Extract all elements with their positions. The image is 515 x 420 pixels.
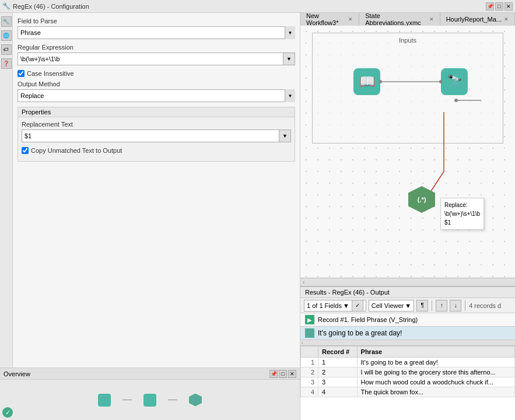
case-insensitive-label: Case Insensitive [27,70,74,77]
tooltip-line3: $1 [444,218,480,227]
tooltip-line1: Replace: [444,201,480,209]
tab-bar: New Workflow3* ✕ State Abbreviations.yxm… [300,13,515,26]
node-regex[interactable]: (.*) [408,186,435,213]
case-insensitive-checkbox[interactable] [17,70,24,77]
mini-node-book [98,394,111,407]
results-title-text: Results - RegEx (46) - Output [305,289,390,296]
records-info: 4 records d [469,302,501,309]
book-icon: 📖 [353,68,380,95]
replacement-text-label: Replacement Text [22,121,291,128]
replacement-text-group: Replacement Text ▼ [22,121,291,142]
tab-state-label: State Abbreviations.yxmc [365,13,426,26]
overview-controls: 📌 □ ✕ [269,370,296,378]
table-row: 4 4 The quick brown fox... [301,387,515,397]
properties-header: Properties [18,107,295,117]
cell-record-num: 4 [318,387,358,397]
record-value-row: It's going to be a great day! [300,327,515,340]
cell-phrase: How much wood could a woodchuck chuck if… [357,377,514,387]
canvas-connections-inner [313,33,503,143]
col-record-header[interactable]: Record # [318,346,358,358]
row-index: 4 [301,387,318,397]
toolbar-separator-1 [432,300,432,311]
scroll-left-icon[interactable]: ‹ [303,279,304,285]
tab-hourly-label: HourlyReport_Ma... [446,16,502,23]
tab-state-close[interactable]: ✕ [429,16,434,22]
results-panel: Results - RegEx (46) - Output 1 of 1 Fie… [300,286,515,420]
question-sidebar-icon[interactable]: ❓ [1,58,12,69]
overview-nodes [0,380,300,420]
left-content: 🔧 🌐 🏷 ❓ Field to Parse Phrase ▼ [0,13,300,368]
table-row: 3 3 How much wood could a woodchuck chuc… [301,377,515,387]
tooltip-line2: \b(\w+)\s+\1\b [444,209,480,218]
sort-asc-button[interactable]: ↑ [436,300,447,312]
node-binoculars[interactable]: 🔭 [441,68,468,95]
col-record-num [301,346,318,358]
cell-record-num: 3 [318,377,358,387]
overview-panel: Overview 📌 □ ✕ ✓ [0,368,300,420]
title-bar: 🔧 RegEx (46) - Configuration 📌 □ ✕ [0,0,515,13]
scroll-left-results[interactable]: ‹ [302,340,303,346]
overview-title: Overview 📌 □ ✕ [0,368,300,380]
record-type-indicator [305,328,314,338]
results-toolbar: 1 of 1 Fields ▼ ✓ Cell Viewer ▼ ¶ ↑ ↓ 4 … [300,298,515,313]
mini-node-binoculars [143,394,156,407]
tab-workflow-close[interactable]: ✕ [348,16,353,22]
world-sidebar-icon[interactable]: 🌐 [1,30,12,41]
table-row: 2 2 I will be going to the grocery store… [301,368,515,377]
tab-workflow-label: New Workflow3* [306,13,346,26]
fields-dropdown[interactable]: 1 of 1 Fields ▼ ✓ [304,300,366,312]
title-bar-left: 🔧 RegEx (46) - Configuration [2,2,89,10]
wrench-sidebar-icon[interactable]: 🔧 [1,16,12,27]
field-to-parse-label: Field to Parse [17,18,295,24]
regex-hex-icon: (.*) [408,186,435,213]
check-status-icon: ✓ [2,407,13,418]
overview-close-button[interactable]: ✕ [288,370,296,378]
tab-hourly-close[interactable]: ✕ [504,16,509,22]
tab-hourly[interactable]: HourlyReport_Ma... ✕ [440,13,515,26]
tab-state[interactable]: State Abbreviations.yxmc ✕ [359,13,440,26]
mini-connection-1 [122,400,132,400]
sidebar-icons: 🔧 🌐 🏷 ❓ [0,13,13,368]
row-index: 1 [301,358,318,368]
config-panel: Field to Parse Phrase ▼ Regular Expressi… [13,13,300,368]
output-method-select[interactable]: Replace [17,89,295,102]
regex-group: Regular Expression ▼ [17,44,295,65]
pilcrow-button[interactable]: ¶ [416,300,428,312]
properties-body: Replacement Text ▼ Copy Unmatched Text t… [18,117,295,161]
overview-label: Overview [3,370,30,377]
float-button[interactable]: □ [495,2,503,10]
record-header-row: ▶ Record #1. Field Phrase (V_String) [300,313,515,327]
overview-float-button[interactable]: □ [279,370,287,378]
properties-section: Properties Replacement Text ▼ [17,107,295,162]
record-value-text: It's going to be a great day! [318,329,402,337]
col-phrase-header[interactable]: Phrase [357,346,514,358]
results-title: Results - RegEx (46) - Output [300,287,515,298]
title-bar-title: RegEx (46) - Configuration [13,3,89,10]
field-to-parse-select[interactable]: Phrase [17,26,295,39]
cell-viewer-dropdown[interactable]: Cell Viewer ▼ [369,300,414,312]
replacement-text-input[interactable] [22,130,279,142]
fields-check-button[interactable]: ✓ [352,300,363,312]
tag-sidebar-icon[interactable]: 🏷 [1,44,12,55]
canvas-area[interactable]: Inputs 📖 🔭 [300,26,515,286]
canvas-scrollbar[interactable]: ‹ [300,278,515,286]
sort-desc-button[interactable]: ↓ [450,300,461,312]
close-button[interactable]: ✕ [505,2,513,10]
results-scrollbar[interactable]: ‹ [300,340,515,346]
node-book[interactable]: 📖 [353,68,380,95]
overview-pin-button[interactable]: 📌 [269,370,278,378]
pin-button[interactable]: 📌 [486,2,494,10]
output-method-group: Output Method Replace ▼ [17,80,295,102]
record-header-text: Record #1. Field Phrase (V_String) [318,316,418,323]
wrench-icon: 🔧 [2,2,10,10]
toolbar-separator-2 [465,300,465,311]
field-to-parse-group: Field to Parse Phrase ▼ [17,18,295,39]
tab-workflow[interactable]: New Workflow3* ✕ [300,13,359,26]
cell-record-num: 2 [318,368,358,377]
regex-expand-button[interactable]: ▼ [283,52,295,65]
replacement-expand-button[interactable]: ▼ [279,130,291,142]
field-to-parse-wrapper: Phrase ▼ [17,26,295,39]
copy-unmatched-checkbox[interactable] [22,147,29,154]
table-wrapper[interactable]: Record # Phrase 1 1 It's going to be a g… [300,346,515,420]
regex-input[interactable] [17,52,283,65]
